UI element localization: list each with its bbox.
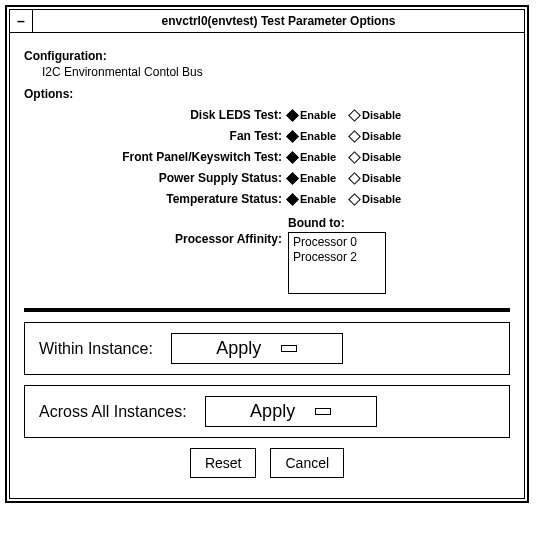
across-instances-panel: Across All Instances: Apply bbox=[24, 385, 510, 438]
button-label: Apply bbox=[250, 401, 295, 422]
titlebar: – envctrl0(envtest) Test Parameter Optio… bbox=[10, 10, 524, 33]
separator bbox=[24, 308, 510, 312]
diamond-icon bbox=[348, 151, 361, 164]
across-apply-button[interactable]: Apply bbox=[205, 396, 377, 427]
radio-enable-fan[interactable]: Enable bbox=[288, 130, 336, 142]
radio-disable-temperature[interactable]: Disable bbox=[350, 193, 401, 205]
list-item[interactable]: Processor 2 bbox=[293, 250, 381, 265]
content-area: Configuration: I2C Environmental Contol … bbox=[10, 33, 524, 498]
radio-disable-front-panel[interactable]: Disable bbox=[350, 151, 401, 163]
radio-enable-temperature[interactable]: Enable bbox=[288, 193, 336, 205]
processor-affinity-row: Processor Affinity: Bound to: Processor … bbox=[24, 216, 510, 294]
radio-enable-front-panel[interactable]: Enable bbox=[288, 151, 336, 163]
radio-label: Disable bbox=[362, 172, 401, 184]
option-label: Fan Test: bbox=[24, 129, 288, 143]
radio-label: Enable bbox=[300, 130, 336, 142]
radio-disable-power-supply[interactable]: Disable bbox=[350, 172, 401, 184]
option-label: Disk LEDS Test: bbox=[24, 108, 288, 122]
option-row-disk-leds: Disk LEDS Test: Enable Disable bbox=[24, 108, 510, 122]
option-row-front-panel: Front Panel/Keyswitch Test: Enable Disab… bbox=[24, 150, 510, 164]
option-row-fan: Fan Test: Enable Disable bbox=[24, 129, 510, 143]
diamond-icon bbox=[348, 109, 361, 122]
system-menu-button[interactable]: – bbox=[10, 10, 33, 32]
list-item[interactable]: Processor 0 bbox=[293, 235, 381, 250]
diamond-icon bbox=[348, 193, 361, 206]
bound-to-heading: Bound to: bbox=[288, 216, 386, 230]
window-frame: – envctrl0(envtest) Test Parameter Optio… bbox=[5, 5, 529, 503]
radio-label: Disable bbox=[362, 193, 401, 205]
menu-indicator-icon bbox=[281, 345, 297, 352]
within-apply-button[interactable]: Apply bbox=[171, 333, 343, 364]
button-label: Apply bbox=[216, 338, 261, 359]
diamond-icon bbox=[286, 193, 299, 206]
option-row-power-supply: Power Supply Status: Enable Disable bbox=[24, 171, 510, 185]
across-instances-label: Across All Instances: bbox=[39, 403, 187, 421]
diamond-icon bbox=[348, 172, 361, 185]
radio-disable-fan[interactable]: Disable bbox=[350, 130, 401, 142]
bottom-button-row: Reset Cancel bbox=[24, 448, 510, 478]
radio-label: Enable bbox=[300, 172, 336, 184]
configuration-value: I2C Environmental Contol Bus bbox=[42, 65, 510, 79]
diamond-icon bbox=[348, 130, 361, 143]
radio-label: Disable bbox=[362, 130, 401, 142]
affinity-label: Processor Affinity: bbox=[24, 232, 288, 246]
radio-disable-disk-leds[interactable]: Disable bbox=[350, 109, 401, 121]
radio-enable-disk-leds[interactable]: Enable bbox=[288, 109, 336, 121]
configuration-heading: Configuration: bbox=[24, 49, 510, 63]
diamond-icon bbox=[286, 151, 299, 164]
options-heading: Options: bbox=[24, 87, 510, 101]
radio-label: Enable bbox=[300, 193, 336, 205]
radio-label: Enable bbox=[300, 151, 336, 163]
within-instance-panel: Within Instance: Apply bbox=[24, 322, 510, 375]
option-label: Front Panel/Keyswitch Test: bbox=[24, 150, 288, 164]
window-title: envctrl0(envtest) Test Parameter Options bbox=[33, 14, 524, 28]
option-label: Power Supply Status: bbox=[24, 171, 288, 185]
menu-indicator-icon bbox=[315, 408, 331, 415]
option-label: Temperature Status: bbox=[24, 192, 288, 206]
reset-button[interactable]: Reset bbox=[190, 448, 257, 478]
radio-label: Disable bbox=[362, 151, 401, 163]
radio-label: Disable bbox=[362, 109, 401, 121]
radio-label: Enable bbox=[300, 109, 336, 121]
option-row-temperature: Temperature Status: Enable Disable bbox=[24, 192, 510, 206]
radio-enable-power-supply[interactable]: Enable bbox=[288, 172, 336, 184]
cancel-button[interactable]: Cancel bbox=[270, 448, 344, 478]
diamond-icon bbox=[286, 172, 299, 185]
diamond-icon bbox=[286, 130, 299, 143]
diamond-icon bbox=[286, 109, 299, 122]
within-instance-label: Within Instance: bbox=[39, 340, 153, 358]
affinity-listbox[interactable]: Processor 0 Processor 2 bbox=[288, 232, 386, 294]
inner-frame: – envctrl0(envtest) Test Parameter Optio… bbox=[9, 9, 525, 499]
